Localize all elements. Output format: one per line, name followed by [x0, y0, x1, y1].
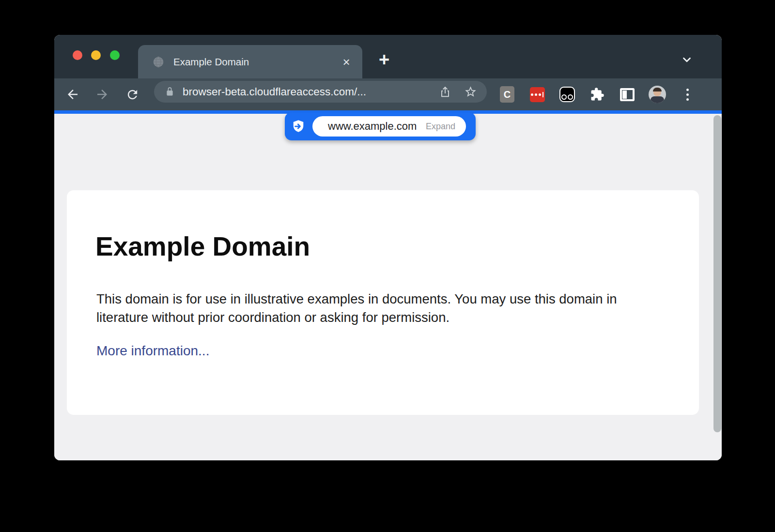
reload-button[interactable]	[122, 78, 143, 110]
tab-example-domain[interactable]: Example Domain ×	[138, 45, 362, 78]
new-tab-button[interactable]: +	[375, 50, 393, 69]
extension-camera-button[interactable]	[552, 87, 582, 102]
puzzle-icon	[590, 87, 604, 102]
close-tab-icon[interactable]: ×	[339, 55, 354, 69]
extension-c-button[interactable]: C	[492, 86, 522, 103]
two-lens-icon	[559, 87, 575, 102]
macos-zoom-button[interactable]	[110, 50, 120, 60]
scrollbar-thumb[interactable]	[713, 115, 721, 432]
macos-close-button[interactable]	[73, 50, 82, 60]
isolation-shield-icon	[291, 119, 306, 136]
c-extension-icon: C	[500, 86, 514, 103]
profile-avatar	[649, 86, 666, 103]
arrow-left-icon	[65, 87, 80, 102]
three-dots-icon	[686, 89, 689, 101]
tab-strip: Example Domain × +	[54, 35, 722, 78]
chevron-down-icon[interactable]	[678, 50, 696, 69]
browser-window: Example Domain × + browser-bet	[54, 35, 722, 460]
side-panel-button[interactable]	[612, 88, 642, 101]
macos-minimize-button[interactable]	[91, 50, 101, 60]
isolation-domain-pill: www.example.com Expand	[285, 112, 476, 140]
isolated-domain-text: www.example.com	[328, 120, 426, 133]
globe-favicon-icon	[152, 56, 165, 68]
browser-menu-button[interactable]	[672, 89, 702, 101]
extensions-row: C	[492, 78, 702, 110]
extension-lastpass-button[interactable]	[522, 87, 552, 102]
share-icon[interactable]	[439, 86, 451, 98]
arrow-right-icon	[95, 87, 109, 102]
content-card: Example Domain This domain is for use in…	[67, 190, 699, 415]
lastpass-icon	[530, 87, 545, 102]
lock-icon	[165, 87, 175, 97]
back-button[interactable]	[62, 78, 83, 110]
page-paragraph: This domain is for use in illustrative e…	[96, 290, 653, 327]
more-information-link[interactable]: More information...	[96, 343, 209, 359]
side-panel-icon	[620, 88, 635, 101]
forward-button[interactable]	[92, 78, 113, 110]
reload-icon	[125, 88, 140, 102]
isolated-domain-field: www.example.com Expand	[312, 116, 466, 137]
tab-title: Example Domain	[173, 56, 339, 68]
expand-button[interactable]: Expand	[426, 122, 455, 132]
address-bar[interactable]: browser-beta.cloudflareaccess.com/...	[154, 81, 487, 103]
profile-button[interactable]	[642, 86, 672, 103]
extensions-menu-button[interactable]	[582, 87, 612, 102]
bookmark-star-icon[interactable]	[464, 85, 477, 98]
url-text[interactable]: browser-beta.cloudflareaccess.com/...	[183, 86, 439, 98]
page-title: Example Domain	[95, 231, 310, 262]
